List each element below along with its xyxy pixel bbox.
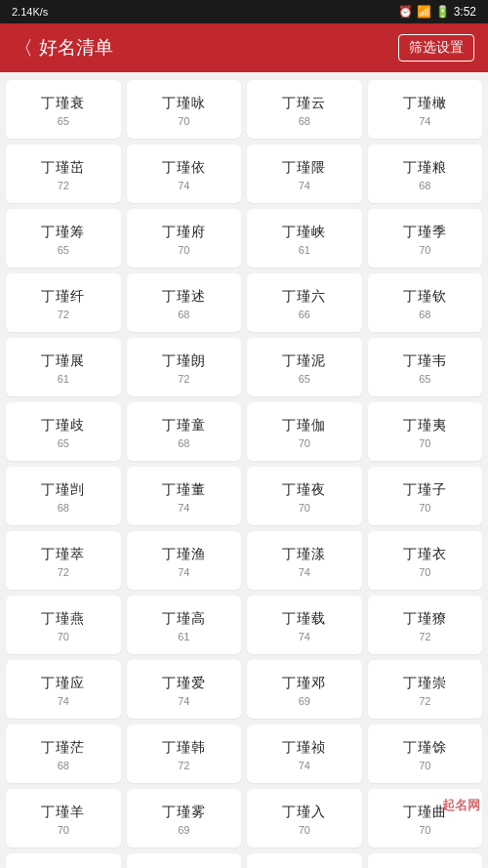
name-text: 丁瑾渔 <box>162 546 206 563</box>
name-score: 68 <box>419 180 430 191</box>
name-text: 丁瑾纤 <box>41 288 85 306</box>
name-card[interactable]: 丁瑾雾69 <box>127 789 242 847</box>
name-grid-container: 丁瑾衰65丁瑾咏70丁瑾云68丁瑾橄74丁瑾茁72丁瑾依74丁瑾隈74丁瑾粮68… <box>0 72 488 868</box>
name-text: 丁瑾童 <box>162 417 206 434</box>
name-card[interactable]: 丁瑾燕70 <box>6 596 121 654</box>
name-card[interactable]: 丁瑾粮68 <box>368 145 483 203</box>
name-text: 丁瑾六 <box>282 288 326 306</box>
name-card[interactable]: 丁瑾府70 <box>127 209 242 268</box>
name-card[interactable]: 丁瑾曲70 <box>368 789 483 847</box>
name-score: 72 <box>178 760 189 771</box>
name-card[interactable]: 丁瑾祯74 <box>247 724 362 783</box>
name-score: 68 <box>299 115 310 127</box>
name-text: 丁瑾董 <box>162 481 206 499</box>
name-score: 65 <box>58 437 69 449</box>
name-score: 68 <box>419 309 430 320</box>
name-card[interactable]: 丁瑾 <box>247 853 362 868</box>
name-score: 72 <box>58 180 69 191</box>
name-score: 65 <box>419 373 430 385</box>
name-card[interactable]: 丁瑾述68 <box>127 273 242 332</box>
name-score: 70 <box>419 502 430 514</box>
name-card[interactable]: 丁瑾童68 <box>127 402 242 461</box>
name-card[interactable]: 丁瑾入70 <box>247 789 362 847</box>
name-score: 72 <box>419 695 430 707</box>
name-card[interactable]: 丁瑾韦65 <box>368 338 483 396</box>
name-card[interactable]: 丁瑾爱74 <box>127 660 242 719</box>
name-card[interactable]: 丁瑾羊70 <box>6 789 121 847</box>
back-button[interactable]: 〈 <box>14 35 33 62</box>
name-score: 70 <box>419 437 430 449</box>
name-card[interactable]: 丁瑾獠72 <box>368 596 483 654</box>
name-card[interactable]: 丁瑾倡61 <box>127 853 242 868</box>
name-card[interactable]: 丁瑾渔74 <box>127 531 242 590</box>
name-card[interactable]: 丁瑾钦68 <box>368 273 483 332</box>
header: 〈 好名清单 筛选设置 <box>0 23 488 72</box>
name-score: 70 <box>58 631 69 642</box>
name-card[interactable]: 丁瑾筹65 <box>6 209 121 268</box>
name-card[interactable]: 丁瑾高61 <box>127 596 242 654</box>
name-score: 66 <box>299 309 310 320</box>
name-card[interactable]: 丁瑾茁72 <box>6 145 121 203</box>
name-card[interactable]: 丁瑾纤72 <box>6 273 121 332</box>
name-text: 丁瑾隈 <box>282 159 326 177</box>
name-text: 丁瑾衰 <box>41 95 85 112</box>
name-score: 74 <box>58 695 69 707</box>
name-card[interactable]: 丁瑾展61 <box>6 338 121 396</box>
name-score: 74 <box>299 180 310 191</box>
name-text: 丁瑾韩 <box>162 739 206 757</box>
name-card[interactable]: 丁瑾歧65 <box>6 402 121 461</box>
name-card[interactable]: 丁瑾咏70 <box>127 80 242 139</box>
battery-icon: 🔋 <box>435 5 450 19</box>
name-card[interactable]: 丁瑾橄74 <box>368 80 483 139</box>
name-card[interactable]: 丁瑾馀70 <box>368 724 483 783</box>
name-text: 丁瑾应 <box>41 675 85 692</box>
name-card[interactable]: 丁瑾漾74 <box>247 531 362 590</box>
name-score: 68 <box>178 309 189 320</box>
name-card[interactable]: 丁瑾载74 <box>247 596 362 654</box>
name-score: 65 <box>58 115 69 127</box>
name-card[interactable]: 丁瑾夜70 <box>247 467 362 525</box>
name-card[interactable]: 丁瑾云68 <box>247 80 362 139</box>
name-text: 丁瑾崇 <box>403 675 447 692</box>
name-card[interactable]: 丁瑾邓69 <box>247 660 362 719</box>
name-card[interactable]: 丁瑾子70 <box>368 467 483 525</box>
name-card[interactable]: TIA70 <box>368 853 483 868</box>
name-card[interactable]: 丁瑾六66 <box>247 273 362 332</box>
name-score: 70 <box>299 437 310 449</box>
name-score: 70 <box>299 502 310 514</box>
name-card[interactable]: 丁瑾伽70 <box>247 402 362 461</box>
time-display: 3:52 <box>454 5 476 19</box>
name-card[interactable]: 丁瑾朗72 <box>127 338 242 396</box>
name-card[interactable]: 丁瑾隈74 <box>247 145 362 203</box>
name-card[interactable]: 丁瑾萃72 <box>6 531 121 590</box>
name-card[interactable]: 丁瑾韩72 <box>127 724 242 783</box>
name-card[interactable]: 丁瑾衣70 <box>368 531 483 590</box>
name-score: 65 <box>58 244 69 256</box>
name-score: 70 <box>419 824 430 836</box>
name-text: 丁瑾伽 <box>282 417 326 434</box>
name-card[interactable]: 丁瑾茫68 <box>6 724 121 783</box>
name-card[interactable]: 丁瑾峡61 <box>247 209 362 268</box>
name-card[interactable]: 丁瑾衰65 <box>6 80 121 139</box>
name-card[interactable]: 丁瑾夷70 <box>368 402 483 461</box>
name-score: 74 <box>299 566 310 578</box>
name-card[interactable]: 丁瑾璐74 <box>6 853 121 868</box>
name-card[interactable]: 丁瑾泥65 <box>247 338 362 396</box>
filter-settings-button[interactable]: 筛选设置 <box>398 34 474 62</box>
name-card[interactable]: 丁瑾剀68 <box>6 467 121 525</box>
name-card[interactable]: 丁瑾应74 <box>6 660 121 719</box>
name-score: 69 <box>178 824 189 836</box>
name-text: 丁瑾衣 <box>403 546 447 563</box>
name-card[interactable]: 丁瑾崇72 <box>368 660 483 719</box>
name-text: 丁瑾入 <box>282 804 326 821</box>
name-score: 61 <box>178 631 189 642</box>
name-card[interactable]: 丁瑾季70 <box>368 209 483 268</box>
name-text: 丁瑾獠 <box>403 610 447 628</box>
name-score: 65 <box>299 373 310 385</box>
name-card[interactable]: 丁瑾依74 <box>127 145 242 203</box>
name-text: 丁瑾羊 <box>41 804 85 821</box>
name-score: 72 <box>58 566 69 578</box>
name-text: 丁瑾筹 <box>41 224 85 241</box>
name-card[interactable]: 丁瑾董74 <box>127 467 242 525</box>
name-text: 丁瑾高 <box>162 610 206 628</box>
